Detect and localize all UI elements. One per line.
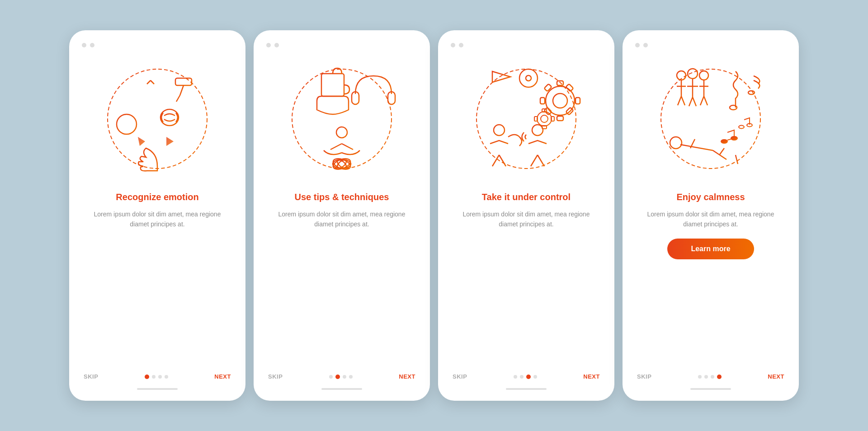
nav-dot bbox=[514, 375, 517, 379]
nav-dot bbox=[526, 375, 531, 379]
card-title-4: Enjoy calmness bbox=[676, 191, 745, 203]
top-dot bbox=[635, 43, 640, 47]
dots-nav-3 bbox=[514, 375, 537, 379]
card-footer-4: SKIP NEXT bbox=[635, 373, 786, 380]
nav-dot bbox=[343, 375, 346, 379]
card-footer-3: SKIP NEXT bbox=[451, 373, 602, 380]
top-dot bbox=[643, 43, 648, 47]
top-dot bbox=[274, 43, 279, 47]
card-body-3: Lorem ipsum dolor sit dim amet, mea regi… bbox=[451, 209, 602, 230]
learn-more-button[interactable]: Learn more bbox=[667, 239, 754, 259]
top-bar-2 bbox=[266, 43, 279, 47]
nav-dot bbox=[335, 375, 340, 379]
card-footer-2: SKIP NEXT bbox=[266, 373, 417, 380]
bottom-bar-3 bbox=[506, 388, 547, 390]
nav-dot bbox=[698, 375, 702, 379]
card-title-1: Recognize emotion bbox=[116, 191, 198, 203]
svg-point-58 bbox=[670, 137, 682, 149]
next-button-2[interactable]: NEXT bbox=[399, 373, 415, 380]
svg-point-14 bbox=[292, 69, 392, 169]
nav-dot bbox=[520, 375, 524, 379]
skip-button-3[interactable]: SKIP bbox=[453, 373, 467, 380]
nav-dot bbox=[329, 375, 333, 379]
svg-rect-36 bbox=[540, 98, 545, 104]
nav-dot bbox=[711, 375, 714, 379]
svg-point-30 bbox=[526, 75, 531, 81]
nav-dot bbox=[349, 375, 353, 379]
top-dot bbox=[266, 43, 271, 47]
top-bar-1 bbox=[82, 43, 94, 47]
nav-dot bbox=[533, 375, 537, 379]
next-button-1[interactable]: NEXT bbox=[214, 373, 231, 380]
bottom-bar-4 bbox=[690, 388, 731, 390]
svg-point-49 bbox=[532, 125, 543, 136]
dots-nav-4 bbox=[698, 375, 722, 379]
svg-point-33 bbox=[553, 94, 567, 108]
svg-point-64 bbox=[739, 126, 744, 129]
illustration-take-control bbox=[461, 56, 592, 187]
svg-rect-37 bbox=[576, 98, 580, 104]
svg-line-3 bbox=[176, 95, 180, 102]
svg-rect-15 bbox=[321, 74, 344, 96]
svg-point-57 bbox=[748, 91, 755, 94]
illustration-use-tips bbox=[276, 56, 407, 187]
svg-point-48 bbox=[494, 125, 505, 136]
svg-point-27 bbox=[476, 69, 576, 169]
card-title-3: Take it under control bbox=[482, 191, 571, 203]
card-body-1: Lorem ipsum dolor sit dim amet, mea regi… bbox=[82, 209, 233, 230]
illustration-recognize-emotion bbox=[92, 56, 223, 187]
next-button-4[interactable]: NEXT bbox=[768, 373, 784, 380]
dots-nav-2 bbox=[329, 375, 353, 379]
top-dot bbox=[82, 43, 86, 47]
card-footer-1: SKIP NEXT bbox=[82, 373, 233, 380]
nav-dot bbox=[152, 375, 156, 379]
top-bar-3 bbox=[451, 43, 463, 47]
card-body-2: Lorem ipsum dolor sit dim amet, mea regi… bbox=[266, 209, 417, 230]
phone-card-3: Take it under control Lorem ipsum dolor … bbox=[438, 30, 614, 401]
nav-dot bbox=[158, 375, 162, 379]
top-dot bbox=[90, 43, 94, 47]
card-title-2: Use tips & techniques bbox=[295, 191, 389, 203]
next-button-3[interactable]: NEXT bbox=[583, 373, 600, 380]
phone-card-1: Recognize emotion Lorem ipsum dolor sit … bbox=[69, 30, 245, 401]
nav-dot bbox=[145, 375, 149, 379]
svg-rect-1 bbox=[175, 78, 192, 85]
top-bar-4 bbox=[635, 43, 648, 47]
skip-button-1[interactable]: SKIP bbox=[84, 373, 98, 380]
skip-button-2[interactable]: SKIP bbox=[268, 373, 283, 380]
phone-card-4: Enjoy calmness Lorem ipsum dolor sit dim… bbox=[623, 30, 799, 401]
svg-point-42 bbox=[537, 112, 552, 126]
svg-rect-35 bbox=[557, 116, 563, 121]
card-body-4: Lorem ipsum dolor sit dim amet, mea regi… bbox=[635, 209, 786, 230]
top-dot bbox=[451, 43, 455, 47]
svg-point-53 bbox=[699, 71, 708, 80]
nav-dot bbox=[704, 375, 708, 379]
svg-point-61 bbox=[721, 140, 727, 143]
svg-point-21 bbox=[336, 127, 347, 138]
svg-point-29 bbox=[519, 69, 538, 87]
bottom-bar-1 bbox=[137, 388, 178, 390]
screens-container: Recognize emotion Lorem ipsum dolor sit … bbox=[56, 12, 812, 419]
phone-card-2: Use tips & techniques Lorem ipsum dolor … bbox=[254, 30, 430, 401]
svg-rect-34 bbox=[557, 81, 563, 85]
svg-line-60 bbox=[736, 155, 738, 164]
skip-button-4[interactable]: SKIP bbox=[637, 373, 651, 380]
top-dot bbox=[459, 43, 463, 47]
svg-rect-40 bbox=[566, 84, 574, 92]
svg-point-43 bbox=[541, 115, 548, 122]
svg-point-63 bbox=[731, 136, 737, 140]
bottom-bar-2 bbox=[321, 388, 362, 390]
dots-nav-1 bbox=[145, 375, 168, 379]
svg-line-2 bbox=[180, 85, 184, 95]
nav-dot bbox=[717, 375, 722, 379]
nav-dot bbox=[165, 375, 168, 379]
illustration-enjoy-calmness bbox=[645, 56, 776, 187]
